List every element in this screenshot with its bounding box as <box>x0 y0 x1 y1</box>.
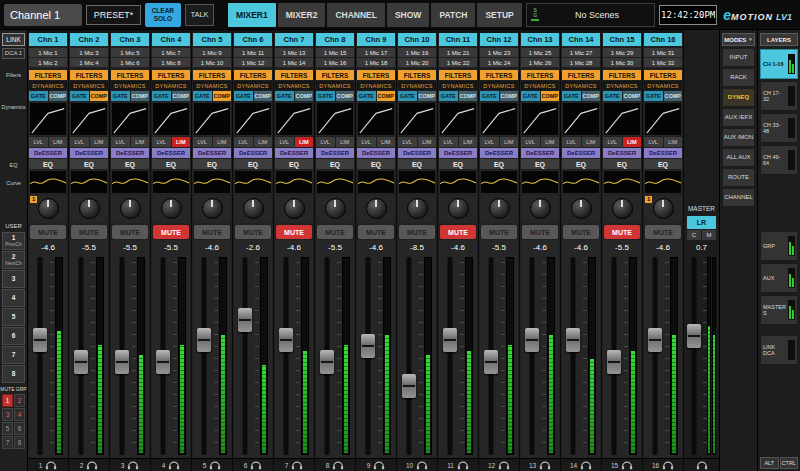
fader-handle[interactable] <box>238 308 252 332</box>
lim-button[interactable]: LIM <box>459 137 478 147</box>
channel-name[interactable]: Chn 7 <box>275 33 313 46</box>
mute-group-6[interactable]: 6 <box>14 422 25 435</box>
fader-handle[interactable] <box>443 328 457 352</box>
input-slot-2[interactable]: 1 Mic 16 <box>316 58 354 67</box>
channel-name[interactable]: Chn 6 <box>234 33 272 46</box>
eq-button[interactable]: EQ <box>398 159 436 169</box>
gate-button[interactable]: GATE <box>234 91 253 101</box>
input-slot-2[interactable]: 1 Mic 6 <box>111 58 149 67</box>
fader-track[interactable] <box>115 257 129 455</box>
gain-knob[interactable] <box>489 198 510 219</box>
comp-button[interactable]: COMP <box>49 91 68 101</box>
clear-solo-button[interactable]: CLEAR SOLO <box>145 3 181 27</box>
user-button-6[interactable]: 6 <box>2 327 25 345</box>
lvl-button[interactable]: LVL <box>439 137 458 147</box>
dynamics-label[interactable]: DYNAMICS <box>29 81 67 90</box>
fader-handle[interactable] <box>33 328 47 352</box>
gain-knob[interactable] <box>407 198 428 219</box>
deesser-button[interactable]: DeESSER <box>29 148 67 158</box>
dynamics-graph[interactable] <box>644 102 682 136</box>
master-mono-button[interactable]: M <box>702 230 716 240</box>
dynamics-label[interactable]: DYNAMICS <box>357 81 395 90</box>
gate-button[interactable]: GATE <box>603 91 622 101</box>
input-slot-1[interactable]: 1 Mic 25 <box>521 48 559 57</box>
eq-button[interactable]: EQ <box>193 159 231 169</box>
dynamics-label[interactable]: DYNAMICS <box>562 81 600 90</box>
layer-ch-33-48[interactable]: CH 33-48 <box>760 113 798 143</box>
gate-button[interactable]: GATE <box>562 91 581 101</box>
eq-button[interactable]: EQ <box>521 159 559 169</box>
comp-button[interactable]: COMP <box>664 91 683 101</box>
input-slot-2[interactable]: 1 Mic 24 <box>480 58 518 67</box>
dynamics-label[interactable]: DYNAMICS <box>398 81 436 90</box>
user-button-4[interactable]: 4 <box>2 289 25 307</box>
mute-button[interactable]: MUTE <box>481 225 517 239</box>
layer-grp[interactable]: GRP <box>760 231 798 261</box>
gain-knob[interactable] <box>366 198 387 219</box>
channel-name[interactable]: Chn 14 <box>562 33 600 46</box>
channel-name[interactable]: Chn 1 <box>29 33 67 46</box>
channel-name[interactable]: Chn 10 <box>398 33 436 46</box>
fader-track[interactable] <box>525 257 539 455</box>
dynamics-graph[interactable] <box>111 102 149 136</box>
lvl-button[interactable]: LVL <box>644 137 663 147</box>
fader-track[interactable] <box>566 257 580 455</box>
dynamics-label[interactable]: DYNAMICS <box>111 81 149 90</box>
input-slot-1[interactable]: 1 Mic 3 <box>70 48 108 57</box>
fader-track[interactable] <box>238 257 252 455</box>
input-slot-2[interactable]: 1 Mic 22 <box>439 58 477 67</box>
eq-curve-graph[interactable] <box>562 170 600 194</box>
eq-curve-graph[interactable] <box>316 170 354 194</box>
gate-button[interactable]: GATE <box>644 91 663 101</box>
gate-button[interactable]: GATE <box>357 91 376 101</box>
eq-button[interactable]: EQ <box>234 159 272 169</box>
headphones-icon[interactable] <box>86 461 98 470</box>
dynamics-label[interactable]: DYNAMICS <box>439 81 477 90</box>
fader-track[interactable] <box>484 257 498 455</box>
deesser-button[interactable]: DeESSER <box>521 148 559 158</box>
input-slot-2[interactable]: 1 Mic 10 <box>193 58 231 67</box>
eq-curve-graph[interactable] <box>521 170 559 194</box>
comp-button[interactable]: COMP <box>213 91 232 101</box>
master-cue-button[interactable]: C <box>687 230 701 240</box>
fader-handle[interactable] <box>156 350 170 374</box>
fader-track[interactable] <box>361 257 375 455</box>
fader-handle[interactable] <box>648 328 662 352</box>
comp-button[interactable]: COMP <box>623 91 642 101</box>
lvl-button[interactable]: LVL <box>521 137 540 147</box>
input-slot-1[interactable]: 1 Mic 31 <box>644 48 682 57</box>
headphones-icon[interactable] <box>291 461 303 470</box>
lim-button[interactable]: LIM <box>295 137 314 147</box>
gate-button[interactable]: GATE <box>316 91 335 101</box>
deesser-button[interactable]: DeESSER <box>234 148 272 158</box>
eq-curve-graph[interactable] <box>193 170 231 194</box>
mute-group-1[interactable]: 1 <box>2 394 13 407</box>
user-button-5[interactable]: 5 <box>2 308 25 326</box>
input-slot-2[interactable]: 1 Mic 28 <box>562 58 600 67</box>
lvl-button[interactable]: LVL <box>193 137 212 147</box>
headphones-icon[interactable] <box>332 461 344 470</box>
input-slot-1[interactable]: 1 Mic 13 <box>275 48 313 57</box>
gate-button[interactable]: GATE <box>70 91 89 101</box>
fader-track[interactable] <box>33 257 47 455</box>
mute-group-4[interactable]: 4 <box>14 408 25 421</box>
lim-button[interactable]: LIM <box>623 137 642 147</box>
mute-button[interactable]: MUTE <box>563 225 599 239</box>
input-slot-1[interactable]: 1 Mic 19 <box>398 48 436 57</box>
dynamics-graph[interactable] <box>234 102 272 136</box>
deesser-button[interactable]: DeESSER <box>439 148 477 158</box>
dynamics-label[interactable]: DYNAMICS <box>70 81 108 90</box>
dynamics-graph[interactable] <box>275 102 313 136</box>
channel-name[interactable]: Chn 11 <box>439 33 477 46</box>
headphones-icon[interactable] <box>127 461 139 470</box>
headphones-icon[interactable] <box>498 461 510 470</box>
headphones-icon[interactable] <box>209 461 221 470</box>
mute-group-5[interactable]: 5 <box>2 422 13 435</box>
lim-button[interactable]: LIM <box>582 137 601 147</box>
fader-track[interactable] <box>279 257 293 455</box>
lim-button[interactable]: LIM <box>131 137 150 147</box>
user-button-7[interactable]: 7 <box>2 346 25 364</box>
comp-button[interactable]: COMP <box>377 91 396 101</box>
filters-button[interactable]: FILTERS <box>521 70 559 80</box>
mute-button[interactable]: MUTE <box>358 225 394 239</box>
